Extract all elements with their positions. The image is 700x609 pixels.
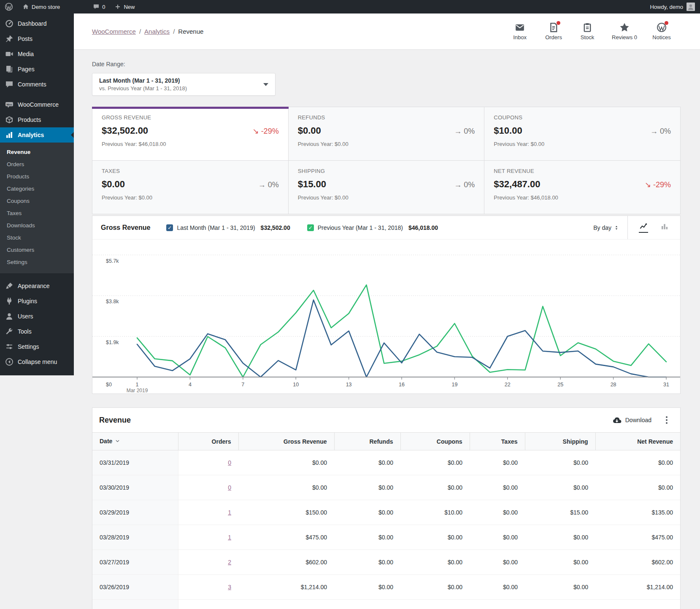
comments-bubble-button[interactable]: 0 xyxy=(88,0,110,13)
orders-count-link[interactable]: 3 xyxy=(228,584,231,590)
date-range-dropdown[interactable]: Last Month (Mar 1 - 31, 2019) vs. Previo… xyxy=(92,73,276,96)
table-menu-button[interactable] xyxy=(664,415,669,426)
chart-title: Gross Revenue xyxy=(101,224,150,232)
cell-orders: 1 xyxy=(178,525,238,550)
cell-value: $150.00 xyxy=(238,500,334,525)
sidebar-item-products[interactable]: Products xyxy=(0,112,74,127)
activity-orders[interactable]: Orders xyxy=(544,22,563,40)
orders-count-link[interactable]: 0 xyxy=(228,484,231,491)
download-label: Download xyxy=(625,417,651,423)
activity-notices[interactable]: Notices xyxy=(652,22,671,40)
sidebar-item-label: Users xyxy=(18,313,33,320)
tile-label: TAXES xyxy=(102,168,279,174)
submenu-item-settings[interactable]: Settings xyxy=(0,256,74,268)
svg-text:1: 1 xyxy=(136,382,139,388)
submenu-item-coupons[interactable]: Coupons xyxy=(0,195,74,207)
svg-text:31: 31 xyxy=(663,382,669,388)
sidebar-item-pages[interactable]: Pages xyxy=(0,62,74,77)
tile-value: $0.00 xyxy=(298,125,321,136)
orders-count-link[interactable]: 1 xyxy=(228,509,231,516)
sidebar-item-plugins[interactable]: Plugins xyxy=(0,294,74,309)
sidebar-item-collapse-menu[interactable]: Collapse menu xyxy=(0,354,74,369)
sidebar-item-woocommerce[interactable]: WooWooCommerce xyxy=(0,97,74,112)
sidebar-item-dashboard[interactable]: Dashboard xyxy=(0,16,74,31)
tile-previous-value: Previous Year: $0.00 xyxy=(298,141,475,147)
submenu-item-revenue[interactable]: Revenue xyxy=(0,146,74,158)
sidebar-item-media[interactable]: Media xyxy=(0,46,74,62)
summary-tile-shipping[interactable]: SHIPPING$15.00→ 0%Previous Year: $0.00 xyxy=(289,161,484,214)
cell-orders: 0 xyxy=(178,450,238,475)
activity-inbox[interactable]: Inbox xyxy=(511,22,529,40)
cell-orders: 1 xyxy=(178,500,238,525)
cell-value: $0.00 xyxy=(470,575,525,600)
submenu-item-orders[interactable]: Orders xyxy=(0,158,74,170)
cell-value xyxy=(525,600,595,609)
submenu-item-categories[interactable]: Categories xyxy=(0,183,74,195)
delta-down-indicator: ↘ -29% xyxy=(253,127,279,136)
cell-value: $0.00 xyxy=(400,550,470,575)
column-header-refunds[interactable]: Refunds xyxy=(334,433,400,450)
new-content-button[interactable]: New xyxy=(110,0,139,13)
summary-tile-coupons[interactable]: COUPONS$10.00→ 0%Previous Year: $0.00 xyxy=(484,107,680,160)
column-header-net-revenue[interactable]: Net Revenue xyxy=(595,433,680,450)
activity-reviews-0[interactable]: Reviews 0 xyxy=(612,22,637,40)
submenu-item-customers[interactable]: Customers xyxy=(0,244,74,256)
legend-toggle-previous-year-mar-1-31-2018[interactable]: ✓Previous Year (Mar 1 - 31, 2018)$46,018… xyxy=(307,224,438,231)
tile-value: $0.00 xyxy=(102,179,125,190)
sliders-icon xyxy=(5,342,14,351)
submenu-item-downloads[interactable]: Downloads xyxy=(0,219,74,232)
cell-value: $0.00 xyxy=(525,525,595,550)
orders-count-link[interactable]: 1 xyxy=(228,534,231,541)
summary-tile-taxes[interactable]: TAXES$0.00→ 0%Previous Year: $0.00 xyxy=(92,161,288,214)
revenue-line-chart[interactable]: $5.7k$3.8k$1.9k$01471013161922252831Mar … xyxy=(92,240,680,393)
interval-select[interactable]: By day xyxy=(585,224,627,231)
column-header-shipping[interactable]: Shipping xyxy=(525,433,595,450)
sidebar-item-posts[interactable]: Posts xyxy=(0,31,74,46)
sidebar-item-label: Analytics xyxy=(18,132,44,138)
submenu-item-taxes[interactable]: Taxes xyxy=(0,207,74,219)
cell-value: $0.00 xyxy=(334,575,400,600)
line-chart-toggle[interactable] xyxy=(639,222,648,233)
svg-text:$3.8k: $3.8k xyxy=(106,299,119,304)
column-header-taxes[interactable]: Taxes xyxy=(470,433,525,450)
submenu-item-stock[interactable]: Stock xyxy=(0,232,74,244)
column-header-gross-revenue[interactable]: Gross Revenue xyxy=(238,433,334,450)
sidebar-item-analytics[interactable]: Analytics xyxy=(0,127,74,143)
tile-previous-value: Previous Year: $46,018.00 xyxy=(494,194,671,201)
submenu-item-products[interactable]: Products xyxy=(0,170,74,183)
cell-date: 03/27/2019 xyxy=(92,550,178,575)
column-header-date[interactable]: Date xyxy=(92,433,178,450)
legend-toggle-last-month-mar-1-31-2019[interactable]: ✓Last Month (Mar 1 - 31, 2019)$32,502.00 xyxy=(166,224,290,231)
tile-value: $32,502.00 xyxy=(102,125,148,136)
sidebar-item-users[interactable]: Users xyxy=(0,309,74,324)
summary-tile-refunds[interactable]: REFUNDS$0.00→ 0%Previous Year: $0.00 xyxy=(289,107,484,160)
summary-tile-net-revenue[interactable]: NET REVENUE$32,487.00↘ -29%Previous Year… xyxy=(484,161,680,214)
package-icon xyxy=(5,116,14,124)
sidebar-item-label: Comments xyxy=(18,81,46,88)
wordpress-menu-button[interactable] xyxy=(0,0,18,13)
bar-chart-toggle[interactable] xyxy=(660,222,669,233)
svg-text:Woo: Woo xyxy=(7,103,12,106)
sidebar-item-label: Dashboard xyxy=(18,20,47,27)
column-header-coupons[interactable]: Coupons xyxy=(400,433,470,450)
sidebar-item-appearance[interactable]: Appearance xyxy=(0,278,74,294)
chevron-down-icon xyxy=(263,83,268,89)
breadcrumb-analytics[interactable]: Analytics xyxy=(144,28,170,35)
cell-value: $0.00 xyxy=(595,475,680,500)
tile-previous-value: Previous Year: $0.00 xyxy=(102,194,279,201)
activity-stock[interactable]: Stock xyxy=(578,22,597,40)
summary-tile-gross-revenue[interactable]: GROSS REVENUE$32,502.00↘ -29%Previous Ye… xyxy=(92,107,288,160)
sidebar-item-tools[interactable]: Tools xyxy=(0,324,74,339)
site-name-button[interactable]: Demo store xyxy=(18,0,65,13)
download-button[interactable]: Download xyxy=(612,415,651,425)
breadcrumb-woocommerce[interactable]: WooCommerce xyxy=(92,28,136,35)
sidebar-item-comments[interactable]: Comments xyxy=(0,77,74,92)
sidebar-item-settings[interactable]: Settings xyxy=(0,339,74,354)
howdy-label[interactable]: Howdy, demo xyxy=(650,4,683,10)
avatar[interactable] xyxy=(686,3,695,11)
orders-count-link[interactable]: 0 xyxy=(228,459,231,466)
orders-count-link[interactable]: 2 xyxy=(228,559,231,566)
column-header-orders[interactable]: Orders xyxy=(178,433,238,450)
cell-value: $0.00 xyxy=(334,550,400,575)
sidebar-item-label: Settings xyxy=(18,343,39,350)
